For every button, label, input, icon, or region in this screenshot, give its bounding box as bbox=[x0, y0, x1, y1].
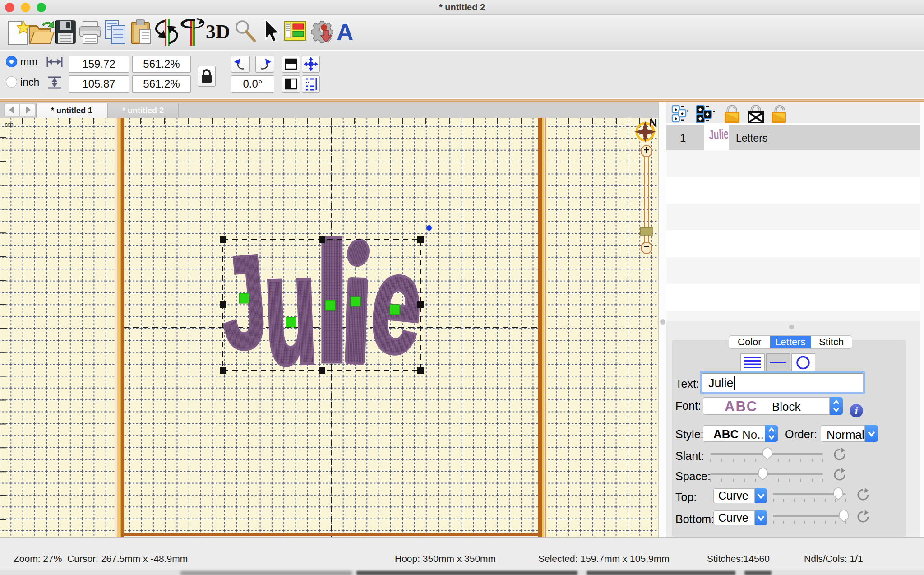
svg-text:A: A bbox=[337, 19, 354, 45]
svg-text:cm: cm bbox=[5, 121, 14, 128]
svg-text:Julie: Julie bbox=[708, 126, 729, 142]
svg-text:3D: 3D bbox=[206, 21, 230, 43]
svg-text:N: N bbox=[649, 118, 657, 129]
